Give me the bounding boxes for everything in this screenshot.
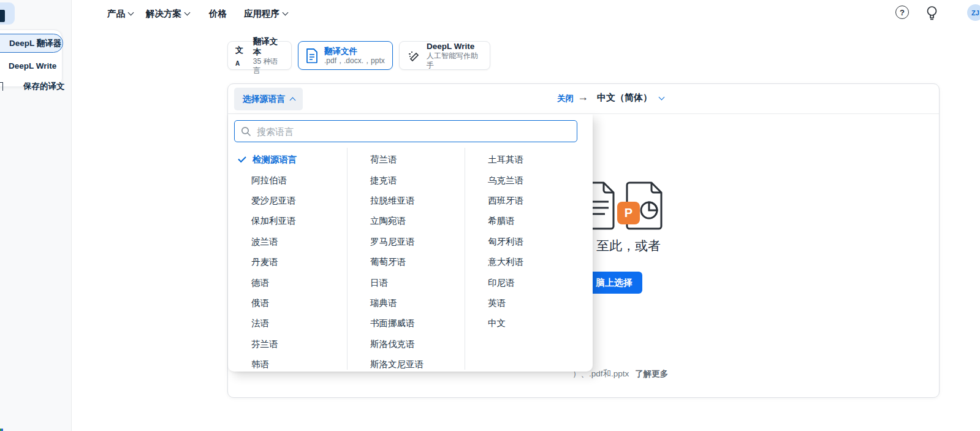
target-language-button[interactable]: 中文（简体） [597,92,664,104]
language-column-2: 荷兰语捷克语拉脱维亚语立陶宛语罗马尼亚语葡萄牙语日语瑞典语书面挪威语斯洛伐克语斯… [347,150,465,375]
language-option[interactable]: 拉脱维亚语 [347,191,465,211]
language-option[interactable]: 波兰语 [228,232,347,252]
tab-title: DeepL Write [427,41,482,51]
tab-subtitle: 人工智能写作助手 [427,51,482,70]
language-option[interactable]: 中文 [465,313,593,334]
tab-subtitle: .pdf，.docx.，pptx [324,56,385,66]
search-input[interactable] [257,126,571,137]
arrow-right-icon: → [577,91,588,104]
nav-pricing[interactable]: 价格 [209,7,227,20]
chevron-down-icon [659,94,665,100]
language-option[interactable]: 立陶宛语 [347,211,465,231]
check-icon [238,154,246,162]
language-option[interactable]: 瑞典语 [347,293,465,313]
ppt-badge: P [617,202,640,224]
tab-translate-text[interactable]: 文A 翻译文本 35 种语言 [227,41,292,70]
language-option[interactable]: 保加利亚语 [228,211,347,231]
deepl-logo-glyph [0,10,5,22]
learn-more-link[interactable]: 了解更多 [635,369,668,378]
language-option[interactable]: 捷克语 [347,170,465,190]
search-icon [241,126,251,137]
chevron-down-icon [283,10,289,16]
tab-deepl-write[interactable]: DeepL Write 人工智能写作助手 [399,41,490,70]
translate-icon: 文A [235,45,247,67]
language-option[interactable]: 斯洛伐克语 [347,334,465,354]
screen-corner-fragment [0,429,3,431]
language-option[interactable]: 匈牙利语 [465,232,593,252]
language-option[interactable]: 英语 [465,293,593,313]
language-option[interactable]: 芬兰语 [228,334,347,354]
nav-solutions[interactable]: 解决方案 [146,7,189,20]
sidebar-item-saved-translations[interactable]: 保存的译文 [0,77,72,96]
language-option[interactable]: 葡萄牙语 [347,252,465,272]
language-option[interactable]: 土耳其语 [465,150,593,170]
language-option[interactable]: 荷兰语 [347,150,465,170]
powerpoint-file-icon: P [621,181,665,230]
language-option[interactable]: 俄语 [228,293,347,313]
language-option[interactable]: 书面挪威语 [347,313,465,334]
tab-title: 翻译文本 [253,36,284,57]
language-column-1: 检测源语言 阿拉伯语爱沙尼亚语保加利亚语波兰语丹麦语德语俄语法语芬兰语韩语 [228,150,347,375]
dropzone-text: 至此，或者 [596,237,661,254]
language-option-detect[interactable]: 检测源语言 [228,150,347,170]
help-icon[interactable]: ? [895,6,909,19]
language-option[interactable]: 日语 [347,272,465,292]
avatar[interactable]: ZJ [967,4,980,21]
translator-card: 选择源语言 关闭 → 中文（简体） P 至此，或者 脑上选择 ）、.pdf和.p… [227,83,940,398]
language-option[interactable]: 爱沙尼亚语 [228,191,347,211]
language-option[interactable]: 西班牙语 [465,191,593,211]
lightbulb-icon[interactable] [924,5,940,21]
chevron-down-icon [128,10,134,16]
nav-products[interactable]: 产品 [107,7,133,20]
nav-apps[interactable]: 应用程序 [244,7,287,20]
tab-title: 翻译文件 [324,46,385,56]
chevron-down-icon [184,10,191,16]
language-option[interactable]: 斯洛文尼亚语 [347,354,465,375]
tab-subtitle: 35 种语言 [253,57,284,75]
language-option[interactable]: 德语 [228,272,347,292]
language-option[interactable]: 罗马尼亚语 [347,232,465,252]
language-option[interactable]: 乌克兰语 [465,170,593,190]
document-icon [306,48,318,63]
language-option[interactable]: 阿拉伯语 [228,170,347,190]
language-search-box[interactable] [234,120,577,142]
language-option[interactable]: 韩语 [228,354,347,375]
language-option[interactable]: 法语 [228,313,347,334]
sidebar-item-translator[interactable]: 文A DeepL 翻译器 [0,34,63,53]
language-column-3: 土耳其语乌克兰语西班牙语希腊语匈牙利语意大利语印尼语英语中文 [465,150,593,334]
language-option[interactable]: 希腊语 [465,211,593,231]
bookmark-icon [0,82,3,91]
sidebar-item-label: 保存的译文 [23,81,65,92]
deepl-logo-icon[interactable] [0,2,15,25]
sidebar-item-write[interactable]: DeepL Write [0,56,63,75]
pen-icon [407,49,420,63]
source-language-button[interactable]: 选择源语言 [234,88,303,110]
source-language-dropdown: 检测源语言 阿拉伯语爱沙尼亚语保加利亚语波兰语丹麦语德语俄语法语芬兰语韩语 荷兰… [228,114,593,372]
language-option[interactable]: 意大利语 [465,252,593,272]
close-button[interactable]: 关闭 [557,93,574,104]
sidebar: 文A DeepL 翻译器 DeepL Write 保存的译文 [0,0,72,431]
sidebar-item-label: DeepL 翻译器 [9,38,61,49]
tab-translate-files[interactable]: 翻译文件 .pdf，.docx.，pptx [298,41,393,70]
chevron-up-icon [289,97,295,104]
sidebar-item-label: DeepL Write [9,61,56,71]
language-option[interactable]: 丹麦语 [228,252,347,272]
language-option[interactable]: 印尼语 [465,272,593,292]
